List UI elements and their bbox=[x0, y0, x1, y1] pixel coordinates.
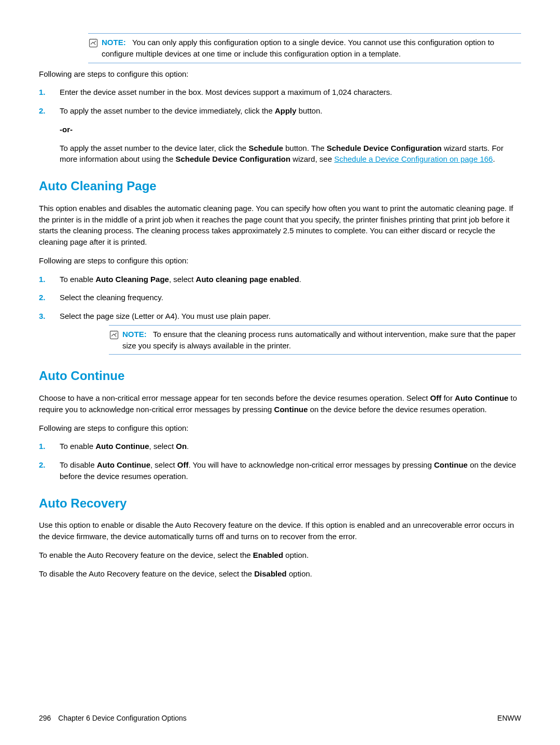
cleaning-intro: This option enables and disables the aut… bbox=[39, 203, 521, 248]
step-number: 1. bbox=[39, 87, 60, 98]
note-body: To ensure that the cleaning process runs… bbox=[122, 330, 515, 350]
step-body: Select the cleaning frequency. bbox=[60, 292, 521, 303]
note-body: You can only apply this configuration op… bbox=[102, 38, 494, 58]
page-footer: 296 Chapter 6 Device Configuration Optio… bbox=[39, 713, 521, 723]
step-body: To enable Auto Cleaning Page, select Aut… bbox=[60, 274, 521, 285]
page: NOTE: You can only apply this configurat… bbox=[0, 0, 560, 745]
continue-intro: Choose to have a non-critical error mess… bbox=[39, 392, 521, 415]
recovery-enable: To enable the Auto Recovery feature on t… bbox=[39, 550, 521, 561]
heading-auto-cleaning: Auto Cleaning Page bbox=[39, 177, 521, 195]
step-number: 2. bbox=[39, 292, 60, 303]
note-box-2: NOTE: To ensure that the cleaning proces… bbox=[109, 325, 521, 355]
note-icon bbox=[88, 38, 99, 51]
list-item: 1. Enter the device asset number in the … bbox=[39, 87, 521, 98]
step-number: 2. bbox=[39, 459, 60, 482]
step-body: To apply the asset number to the device … bbox=[60, 105, 521, 165]
heading-auto-recovery: Auto Recovery bbox=[39, 495, 521, 513]
footer-right: ENWW bbox=[497, 713, 521, 723]
note-label: NOTE: bbox=[122, 330, 147, 339]
step-number: 2. bbox=[39, 105, 60, 165]
step-body: Select the page size (Letter or A4). You… bbox=[60, 311, 521, 322]
list-item: 2. Select the cleaning frequency. bbox=[39, 292, 521, 303]
list-item: 1. To enable Auto Continue, select On. bbox=[39, 441, 521, 452]
or-text: -or- bbox=[60, 124, 521, 135]
note-label: NOTE: bbox=[102, 38, 126, 47]
schedule-text: To apply the asset number to the device … bbox=[60, 143, 521, 165]
note-text: NOTE: You can only apply this configurat… bbox=[102, 37, 521, 60]
list-item: 3. Select the page size (Letter or A4). … bbox=[39, 311, 521, 322]
heading-auto-continue: Auto Continue bbox=[39, 367, 521, 385]
step-number: 1. bbox=[39, 274, 60, 285]
intro-text: Following are steps to configure this op… bbox=[39, 423, 521, 434]
step-body: Enter the device asset number in the box… bbox=[60, 87, 521, 98]
step-number: 1. bbox=[39, 441, 60, 452]
note-text: NOTE: To ensure that the cleaning proces… bbox=[122, 329, 521, 352]
intro-text: Following are steps to configure this op… bbox=[39, 255, 521, 266]
list-item: 1. To enable Auto Cleaning Page, select … bbox=[39, 274, 521, 285]
step-body: To disable Auto Continue, select Off. Yo… bbox=[60, 459, 521, 482]
note-box-1: NOTE: You can only apply this configurat… bbox=[88, 33, 521, 63]
chapter-label: Chapter 6 Device Configuration Options bbox=[58, 713, 186, 723]
schedule-link[interactable]: Schedule a Device Configuration on page … bbox=[334, 154, 493, 163]
list-item: 2. To disable Auto Continue, select Off.… bbox=[39, 459, 521, 482]
intro-text: Following are steps to configure this op… bbox=[39, 68, 521, 80]
list-item: 2. To apply the asset number to the devi… bbox=[39, 105, 521, 165]
recovery-disable: To disable the Auto Recovery feature on … bbox=[39, 568, 521, 580]
page-number: 296 bbox=[39, 713, 51, 723]
recovery-intro: Use this option to enable or disable the… bbox=[39, 519, 521, 542]
step-body: To enable Auto Continue, select On. bbox=[60, 441, 521, 452]
note-icon bbox=[109, 330, 119, 343]
step-number: 3. bbox=[39, 311, 60, 322]
